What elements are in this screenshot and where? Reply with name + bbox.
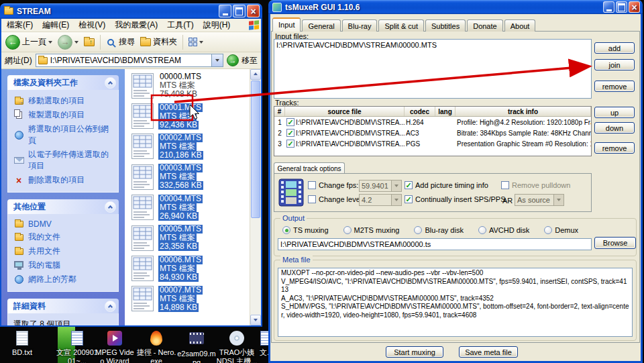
tab-split-cut[interactable]: Split & cut (378, 19, 424, 32)
menu-tools[interactable]: 工具(T) (162, 18, 198, 32)
file-item[interactable]: 00006.MTSMTS 檔案84,930 KB (131, 253, 250, 283)
track-remove-button[interactable]: remove (594, 142, 635, 154)
views-button[interactable] (187, 37, 205, 47)
remove-pulldown-checkbox[interactable] (501, 181, 509, 189)
place-bdmv[interactable]: BDMV (13, 218, 116, 230)
go-button[interactable]: 移至 (227, 54, 258, 66)
file-item[interactable]: 00005.MTSMTS 檔案23,358 KB (131, 223, 250, 253)
radio-dot[interactable] (282, 226, 290, 234)
menu-favorites[interactable]: 我的最愛(A) (110, 18, 162, 32)
file-item[interactable]: 00002.MTSMTS 檔案210,186 KB (131, 132, 250, 162)
back-dropdown-icon[interactable] (48, 41, 52, 46)
col-source-file[interactable]: source file (285, 107, 405, 116)
col-num[interactable]: # (274, 107, 285, 116)
place-my-computer[interactable]: 我的電腦 (13, 258, 116, 272)
place-shared-documents[interactable]: 共用文件 (13, 244, 116, 258)
track-checkbox[interactable] (286, 140, 294, 148)
scroll-up-button[interactable] (250, 69, 261, 80)
tsmuxer-titlebar[interactable]: tsMuxeR GUI 1.10.6 (268, 0, 643, 14)
close-button[interactable] (629, 1, 640, 13)
join-button[interactable]: join (594, 59, 635, 70)
back-button[interactable]: 上一頁 (4, 34, 54, 50)
desktop-icon-wenxuan[interactable]: 文宣 20090101~... (56, 330, 98, 363)
start-muxing-button[interactable]: Start muxing (386, 346, 443, 358)
change-level-checkbox[interactable] (308, 195, 316, 203)
col-codec[interactable]: codec (405, 107, 435, 116)
menu-edit[interactable]: 編輯(E) (38, 18, 74, 32)
level-dropdown-button[interactable] (391, 195, 401, 205)
fps-dropdown-button[interactable] (391, 180, 401, 191)
desktop-icon-bd-txt[interactable]: BD.txt (1, 330, 43, 357)
task-publish-selected[interactable]: 將選取的項目公佈到網頁 (13, 122, 116, 148)
file-folder-tasks-header[interactable]: 檔案及資料夾工作 (7, 75, 119, 90)
track-row[interactable]: 2 I:\PRIVATE\AVCHD\BDMV\STREA... AC3 Bit… (274, 127, 591, 138)
track-down-button[interactable]: down (594, 122, 635, 134)
file-item[interactable]: 00003.MTSMTS 檔案332,568 KB (131, 162, 250, 192)
ar-dropdown-button[interactable] (553, 195, 564, 205)
save-meta-file-button[interactable]: Save meta file (459, 346, 518, 358)
maximize-button[interactable] (616, 1, 627, 13)
task-email-selected[interactable]: 以電子郵件傳送選取的項目 (13, 148, 116, 173)
maximize-button[interactable] (233, 5, 246, 17)
change-fps-option[interactable]: Change fps: (308, 181, 358, 189)
file-item[interactable]: 00001.MTSMTS 檔案92,436 KB (131, 101, 250, 131)
vertical-scrollbar[interactable] (250, 69, 261, 325)
collapse-chevron-icon[interactable] (105, 301, 116, 312)
tab-donate[interactable]: Donate (467, 19, 502, 32)
tab-general-track-options[interactable]: General track options (274, 162, 345, 174)
remove-pulldown-option[interactable]: Remove pulldown (501, 181, 570, 189)
meta-file-editor[interactable]: MUXOPT --no-pcr-on-video-pid --new-audio… (278, 268, 633, 337)
change-fps-checkbox[interactable] (308, 181, 316, 189)
track-up-button[interactable]: up (594, 107, 635, 118)
address-dropdown-button[interactable] (211, 54, 223, 66)
add-picture-timing-checkbox[interactable] (405, 181, 413, 189)
tab-input[interactable]: Input (272, 17, 301, 32)
menu-help[interactable]: 說明(H) (199, 18, 235, 32)
change-level-option[interactable]: Change level: (308, 195, 364, 203)
desktop-icon-mpeg-video-wizard[interactable]: MPEG Video Wizard (94, 330, 136, 363)
insert-sps-pps-checkbox[interactable] (405, 195, 413, 203)
task-delete-selected[interactable]: × 刪除選取的項目 (13, 173, 116, 187)
address-input[interactable]: I:\PRIVATE\AVCHD\BDMV\STREAM (36, 54, 223, 67)
insert-sps-pps-option[interactable]: Continually insert SPS/PPS (405, 195, 506, 203)
add-button[interactable]: add (594, 42, 635, 54)
ar-select[interactable]: As source (515, 194, 564, 206)
place-my-documents[interactable]: 我的文件 (13, 230, 116, 244)
file-item[interactable]: 00004.MTSMTS 檔案26,940 KB (131, 193, 250, 223)
track-checkbox[interactable] (286, 129, 294, 137)
forward-dropdown-icon[interactable] (74, 41, 78, 46)
radio-bluray-disk[interactable]: Blu-ray disk (414, 226, 463, 234)
folders-button[interactable]: 資料夾 (139, 36, 178, 48)
desktop-icon-nero-shortcut[interactable]: 捷徑 - Nero.exe (136, 330, 177, 363)
col-lang[interactable]: lang (435, 107, 455, 116)
col-track-info[interactable]: track info (455, 107, 591, 116)
tab-subtitles[interactable]: Subtitles (425, 19, 466, 32)
remove-file-button[interactable]: remove (594, 81, 635, 92)
radio-avchd-disk[interactable]: AVCHD disk (478, 226, 529, 234)
radio-ts-muxing[interactable]: TS muxing (282, 226, 329, 234)
minimize-button[interactable] (219, 5, 231, 17)
file-item[interactable]: 00000.MTSMTS 檔案75,408 KB (131, 70, 250, 101)
tab-about[interactable]: About (504, 19, 536, 32)
search-button[interactable]: 搜尋 (105, 36, 136, 48)
radio-dot[interactable] (478, 226, 486, 234)
level-select[interactable]: 4.2 (359, 194, 402, 206)
desktop-icon-mpg-file[interactable]: e2sam09.mpg (176, 330, 217, 363)
other-places-header[interactable]: 其他位置 (7, 199, 119, 214)
place-network[interactable]: 網路上的芳鄰 (13, 272, 116, 287)
radio-dot[interactable] (343, 226, 352, 234)
fps-select[interactable]: 59.9401 (359, 180, 402, 192)
output-path-field[interactable]: I:\PRIVATE\AVCHD\BDMV\STREAM\00000.ts (278, 238, 592, 250)
tab-general[interactable]: General (302, 19, 340, 32)
menu-file[interactable]: 檔案(F) (2, 18, 38, 32)
forward-button[interactable] (56, 34, 80, 50)
up-button[interactable]: ↑ (83, 38, 96, 47)
radio-m2ts-muxing[interactable]: M2TS muxing (343, 226, 400, 234)
menu-view[interactable]: 檢視(V) (74, 18, 110, 32)
radio-dot[interactable] (544, 226, 552, 234)
details-header[interactable]: 詳細資料 (7, 299, 119, 313)
radio-dot[interactable] (414, 226, 422, 234)
collapse-chevron-icon[interactable] (105, 201, 116, 213)
input-files-list[interactable]: I:\PRIVATE\AVCHD\BDMV\STREAM\00000.MTS (274, 39, 592, 99)
close-button[interactable] (247, 5, 260, 17)
